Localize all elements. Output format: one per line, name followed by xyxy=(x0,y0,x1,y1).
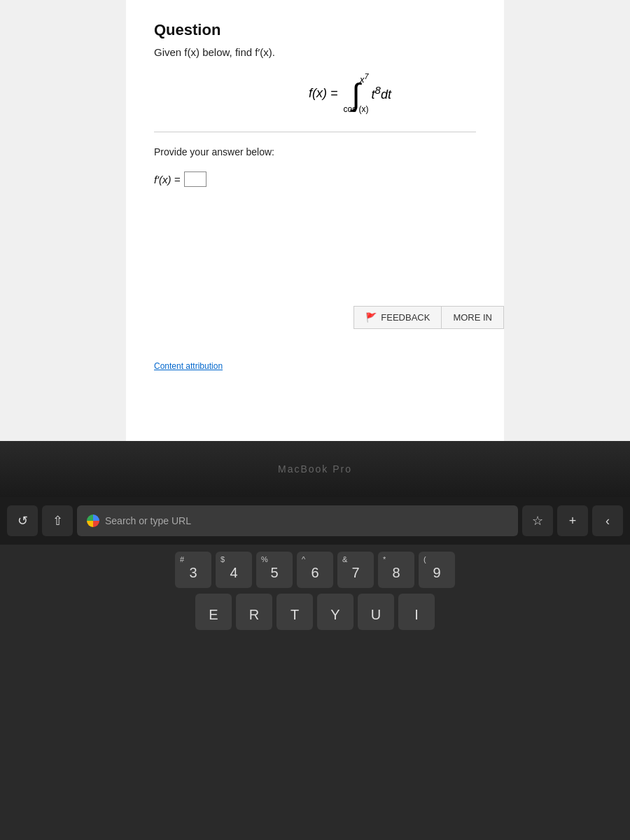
key-4[interactable]: $ 4 xyxy=(216,552,252,588)
screen-left-panel xyxy=(0,0,126,441)
key-9-main: 9 xyxy=(433,565,440,581)
feedback-button[interactable]: 🚩 FEEDBACK xyxy=(354,306,442,329)
key-8-main: 8 xyxy=(392,565,400,581)
key-i-main: I xyxy=(414,607,419,623)
key-6[interactable]: ^ 6 xyxy=(297,552,333,588)
key-7-main: 7 xyxy=(351,565,359,581)
key-i[interactable]: I xyxy=(398,594,435,630)
key-5-main: 5 xyxy=(270,565,278,581)
formula-left: f(x) = xyxy=(309,86,338,101)
screen: Question Given f(x) below, find f′(x). f… xyxy=(0,0,630,441)
qwerty-row: E R T Y U I xyxy=(10,594,620,630)
key-y-main: Y xyxy=(330,607,340,623)
key-3[interactable]: # 3 xyxy=(175,552,211,588)
integral-expression: x7 ∫ cos (x) t8dt xyxy=(344,72,391,114)
key-3-top: # xyxy=(180,555,184,564)
key-4-main: 4 xyxy=(230,565,237,581)
add-tab-button[interactable]: + xyxy=(557,505,588,536)
answer-row: f′(x) = xyxy=(154,172,476,187)
key-u-main: U xyxy=(371,607,381,623)
touch-bar: ↺ ⇧ Search or type URL ☆ + ‹ xyxy=(0,497,630,545)
question-instruction: Given f(x) below, find f′(x). xyxy=(154,46,476,58)
key-r-main: R xyxy=(249,607,259,623)
number-row: # 3 $ 4 % 5 ^ 6 & 7 * 8 ( 9 xyxy=(10,552,620,588)
key-7[interactable]: & 7 xyxy=(337,552,374,588)
key-e-main: E xyxy=(209,607,218,623)
key-9-top: ( xyxy=(424,555,426,564)
feedback-icon: 🚩 xyxy=(365,312,377,323)
key-5[interactable]: % 5 xyxy=(256,552,293,588)
provide-text: Provide your answer below: xyxy=(154,146,476,158)
key-r[interactable]: R xyxy=(236,594,272,630)
screen-content: Question Given f(x) below, find f′(x). f… xyxy=(126,0,504,441)
key-8[interactable]: * 8 xyxy=(378,552,414,588)
key-8-top: * xyxy=(383,555,386,564)
key-y[interactable]: Y xyxy=(317,594,354,630)
key-3-main: 3 xyxy=(189,565,197,581)
key-7-top: & xyxy=(342,555,347,564)
answer-label: f′(x) = xyxy=(154,174,180,186)
bookmark-button[interactable]: ☆ xyxy=(522,505,553,536)
section-divider xyxy=(154,132,476,132)
keyboard-area: # 3 $ 4 % 5 ^ 6 & 7 * 8 ( 9 E xyxy=(0,545,630,840)
key-e[interactable]: E xyxy=(195,594,232,630)
more-info-button[interactable]: MORE IN xyxy=(442,306,504,329)
address-bar[interactable]: Search or type URL xyxy=(77,505,518,536)
content-attribution-link[interactable]: Content attribution xyxy=(154,361,223,371)
integral-body: t8dt xyxy=(372,84,391,102)
question-title: Question xyxy=(154,21,476,39)
back-button[interactable]: ‹ xyxy=(592,505,623,536)
integral-upper: x7 xyxy=(360,72,369,85)
screen-right-panel xyxy=(504,0,630,441)
search-placeholder: Search or type URL xyxy=(105,515,191,526)
key-5-top: % xyxy=(261,555,268,564)
action-buttons: 🚩 FEEDBACK MORE IN xyxy=(354,306,504,329)
formula-area: f(x) = x7 ∫ cos (x) t8dt xyxy=(224,72,476,114)
google-icon xyxy=(87,514,99,527)
refresh-button[interactable]: ↺ xyxy=(7,505,38,536)
key-u[interactable]: U xyxy=(358,594,394,630)
key-9[interactable]: ( 9 xyxy=(419,552,455,588)
key-t-main: T xyxy=(290,607,299,623)
key-6-main: 6 xyxy=(311,565,318,581)
integral-sign-wrap: x7 ∫ cos (x) xyxy=(344,72,369,114)
key-6-top: ^ xyxy=(302,555,305,564)
shift-button[interactable]: ⇧ xyxy=(42,505,73,536)
macbook-label: MacBook Pro xyxy=(278,463,352,475)
feedback-label: FEEDBACK xyxy=(381,312,430,323)
integral-lower: cos (x) xyxy=(344,104,369,114)
key-t[interactable]: T xyxy=(276,594,313,630)
key-4-top: $ xyxy=(220,555,225,564)
laptop-bezel: MacBook Pro xyxy=(0,441,630,497)
answer-input-box[interactable] xyxy=(184,172,206,187)
